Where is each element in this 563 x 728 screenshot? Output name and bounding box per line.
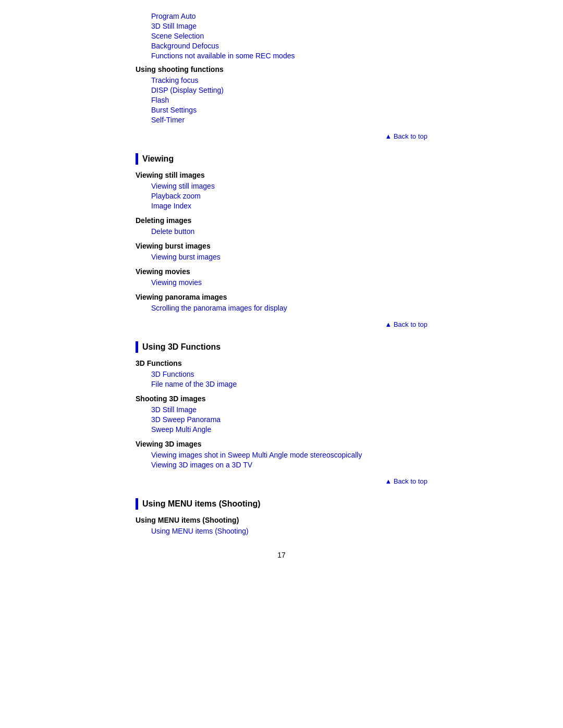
link-3d-functions[interactable]: 3D Functions — [151, 370, 427, 378]
3d-functions-subsection: 3D Functions 3D Functions File name of t… — [136, 359, 427, 388]
link-image-index[interactable]: Image Index — [151, 202, 427, 210]
shooting-3d-images-heading: Shooting 3D images — [136, 394, 427, 403]
3d-functions-heading: 3D Functions — [136, 359, 427, 367]
viewing-burst-images-subsection: Viewing burst images Viewing burst image… — [136, 242, 427, 261]
link-scrolling-panorama[interactable]: Scrolling the panorama images for displa… — [151, 304, 427, 312]
link-disp-display[interactable]: DISP (Display Setting) — [151, 86, 427, 94]
link-functions-not-available[interactable]: Functions not available in some REC mode… — [151, 52, 427, 60]
viewing-still-images-links: Viewing still images Playback zoom Image… — [136, 182, 427, 210]
using-3d-section-title: Using 3D Functions — [142, 342, 221, 352]
link-3d-sweep-panorama[interactable]: 3D Sweep Panorama — [151, 415, 427, 424]
viewing-section-title: Viewing — [142, 154, 174, 164]
link-using-menu-items-shooting[interactable]: Using MENU items (Shooting) — [151, 527, 427, 535]
link-delete-button[interactable]: Delete button — [151, 227, 427, 236]
link-burst-settings[interactable]: Burst Settings — [151, 106, 427, 114]
link-viewing-still-images[interactable]: Viewing still images — [151, 182, 427, 190]
page-number: 17 — [136, 551, 427, 559]
viewing-movies-links: Viewing movies — [136, 278, 427, 287]
viewing-burst-images-heading: Viewing burst images — [136, 242, 427, 250]
link-viewing-movies[interactable]: Viewing movies — [151, 278, 427, 287]
link-sweep-multi-angle[interactable]: Sweep Multi Angle — [151, 425, 427, 434]
viewing-3d-images-links: Viewing images shot in Sweep Multi Angle… — [136, 451, 427, 469]
viewing-panorama-subsection: Viewing panorama images Scrolling the pa… — [136, 293, 427, 312]
link-viewing-burst-images[interactable]: Viewing burst images — [151, 253, 427, 261]
viewing-still-images-subsection: Viewing still images Viewing still image… — [136, 171, 427, 210]
viewing-burst-images-links: Viewing burst images — [136, 253, 427, 261]
shooting-3d-images-links: 3D Still Image 3D Sweep Panorama Sweep M… — [136, 405, 427, 434]
link-file-name-3d[interactable]: File name of the 3D image — [151, 380, 427, 388]
link-playback-zoom[interactable]: Playback zoom — [151, 192, 427, 200]
using-3d-section-title-bar: Using 3D Functions — [136, 341, 427, 353]
link-background-defocus[interactable]: Background Defocus — [151, 42, 427, 50]
back-to-top-link-1[interactable]: Back to top — [385, 132, 427, 140]
using-menu-links: Using MENU items (Shooting) — [136, 527, 427, 535]
viewing-3d-images-heading: Viewing 3D images — [136, 440, 427, 448]
page-container: Program Auto 3D Still Image Scene Select… — [0, 0, 563, 580]
top-links-section: Program Auto 3D Still Image Scene Select… — [136, 12, 427, 60]
back-to-top-row-1: Back to top — [136, 132, 427, 140]
viewing-section-title-bar: Viewing — [136, 153, 427, 165]
viewing-movies-subsection: Viewing movies Viewing movies — [136, 267, 427, 287]
using-menu-blue-bar — [136, 498, 138, 510]
link-viewing-sweep-multi-angle[interactable]: Viewing images shot in Sweep Multi Angle… — [151, 451, 427, 459]
link-flash[interactable]: Flash — [151, 96, 427, 104]
back-to-top-row-2: Back to top — [136, 320, 427, 328]
viewing-blue-bar — [136, 153, 138, 165]
link-tracking-focus[interactable]: Tracking focus — [151, 76, 427, 84]
3d-functions-links: 3D Functions File name of the 3D image — [136, 370, 427, 388]
link-self-timer[interactable]: Self-Timer — [151, 116, 427, 124]
deleting-images-links: Delete button — [136, 227, 427, 236]
back-to-top-link-3[interactable]: Back to top — [385, 477, 427, 485]
link-3d-still-image[interactable]: 3D Still Image — [151, 405, 427, 414]
back-to-top-link-2[interactable]: Back to top — [385, 320, 427, 328]
viewing-movies-heading: Viewing movies — [136, 267, 427, 276]
viewing-panorama-links: Scrolling the panorama images for displa… — [136, 304, 427, 312]
using-menu-section-title: Using MENU items (Shooting) — [142, 499, 261, 509]
link-3d-still-image-top[interactable]: 3D Still Image — [151, 22, 427, 30]
deleting-images-heading: Deleting images — [136, 216, 427, 225]
using-shooting-links: Tracking focus DISP (Display Setting) Fl… — [136, 76, 427, 124]
back-to-top-row-3: Back to top — [136, 477, 427, 485]
using-menu-section-title-bar: Using MENU items (Shooting) — [136, 498, 427, 510]
viewing-3d-images-subsection: Viewing 3D images Viewing images shot in… — [136, 440, 427, 469]
deleting-images-subsection: Deleting images Delete button — [136, 216, 427, 236]
viewing-panorama-heading: Viewing panorama images — [136, 293, 427, 301]
using-shooting-section: Using shooting functions Tracking focus … — [136, 65, 427, 124]
using-menu-subsection: Using MENU items (Shooting) Using MENU i… — [136, 516, 427, 535]
shooting-3d-images-subsection: Shooting 3D images 3D Still Image 3D Swe… — [136, 394, 427, 434]
link-scene-selection[interactable]: Scene Selection — [151, 32, 427, 40]
viewing-still-images-heading: Viewing still images — [136, 171, 427, 179]
using-3d-blue-bar — [136, 341, 138, 353]
using-shooting-heading: Using shooting functions — [136, 65, 427, 73]
link-viewing-3d-on-3d-tv[interactable]: Viewing 3D images on a 3D TV — [151, 461, 427, 469]
link-program-auto[interactable]: Program Auto — [151, 12, 427, 20]
using-menu-heading: Using MENU items (Shooting) — [136, 516, 427, 524]
